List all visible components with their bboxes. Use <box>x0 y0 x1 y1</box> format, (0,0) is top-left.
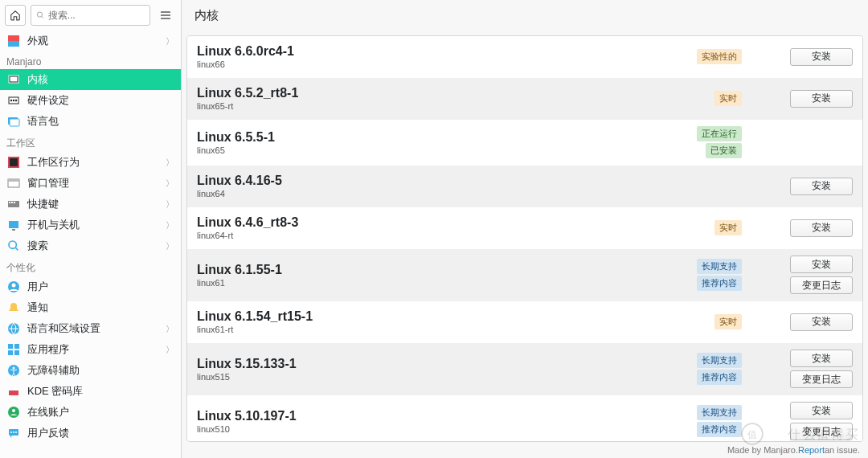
kernel-tag: 推荐内容 <box>697 370 742 385</box>
notify-icon <box>6 301 21 315</box>
sidebar-item-label: 外观 <box>27 34 48 48</box>
kernel-action-button[interactable]: 安装 <box>790 402 853 419</box>
sidebar-item-label: 工作区行为 <box>27 155 80 170</box>
sidebar-item-accounts[interactable]: 在线账户 <box>0 402 181 423</box>
feedback-icon <box>6 426 21 440</box>
svg-rect-24 <box>12 229 15 231</box>
kernel-action-button[interactable]: 安装 <box>790 219 853 237</box>
kernel-action-button[interactable]: 安装 <box>790 313 853 331</box>
wsbehavior-icon <box>6 155 21 170</box>
sidebar-item-notify[interactable]: 通知 <box>0 297 181 318</box>
kernel-info: Linux 6.6.0rc4-1linux66 <box>197 44 697 69</box>
kernel-tags: 实验性的 <box>697 49 742 64</box>
chevron-right-icon: 〉 <box>166 35 174 47</box>
svg-rect-31 <box>14 344 19 349</box>
kernel-row: Linux 6.1.54_rt15-1linux61-rt实时安装 <box>187 301 862 343</box>
svg-rect-20 <box>9 202 10 203</box>
sidebar-item-shortcuts[interactable]: 快捷键〉 <box>0 194 181 215</box>
sidebar-item-startup[interactable]: 开机与关机〉 <box>0 215 181 235</box>
kernel-action-button[interactable]: 变更日志 <box>790 370 853 388</box>
kernel-buttons: 安装 <box>790 219 853 237</box>
kernel-tag: 已安装 <box>706 143 742 158</box>
kernel-subtitle: linux66 <box>197 59 697 69</box>
sidebar-item-hardware[interactable]: 硬件设定 <box>0 90 181 111</box>
svg-rect-16 <box>10 158 18 166</box>
kernel-action-button[interactable]: 安装 <box>790 350 853 367</box>
sidebar-item-label: 快捷键 <box>27 197 59 211</box>
search-input[interactable] <box>48 10 145 21</box>
footer-report-link[interactable]: Report <box>798 445 825 455</box>
sidebar-item-appearance[interactable]: 外观 〉 <box>0 31 181 51</box>
kernel-tags: 长期支持推荐内容 <box>697 405 742 437</box>
kernel-tag: 长期支持 <box>697 353 742 368</box>
sidebar-item-label: 硬件设定 <box>27 93 69 108</box>
kernel-action-button[interactable]: 安装 <box>790 48 853 66</box>
sidebar-item-search[interactable]: 搜索〉 <box>0 235 181 256</box>
chevron-right-icon: 〉 <box>166 323 174 335</box>
accounts-icon <box>6 405 21 419</box>
kernel-tag: 实验性的 <box>697 49 742 64</box>
sidebar-item-label: 应用程序 <box>27 342 69 357</box>
kernel-info: Linux 6.5.2_rt8-1linux65-rt <box>197 86 714 111</box>
sidebar-item-wsbehavior[interactable]: 工作区行为〉 <box>0 152 181 173</box>
sidebar-item-locale[interactable]: 语言和区域设置〉 <box>0 318 181 339</box>
svg-point-42 <box>13 431 14 433</box>
search-icon <box>36 10 45 20</box>
svg-rect-14 <box>10 119 19 126</box>
kernel-title: Linux 6.4.16-5 <box>197 174 742 188</box>
kernel-row: Linux 5.15.133-1linux515长期支持推荐内容安装变更日志 <box>187 343 862 395</box>
sidebar-item-label: 开机与关机 <box>27 218 80 232</box>
kernel-row: Linux 6.6.0rc4-1linux66实验性的安装 <box>187 36 862 78</box>
kernel-info: Linux 5.15.133-1linux515 <box>197 357 697 382</box>
sidebar-item-kernel[interactable]: 内核 <box>0 69 181 90</box>
a11y-icon <box>6 363 21 378</box>
kernel-row: Linux 6.5.5-1linux65正在运行已安装 <box>187 120 862 166</box>
sidebar-group-header: Manjaro <box>0 51 181 69</box>
kernel-tag: 长期支持 <box>697 259 742 274</box>
kernel-info: Linux 6.4.16-5linux64 <box>197 174 742 198</box>
hamburger-icon <box>159 9 172 22</box>
sidebar-item-wallet[interactable]: KDE 密码库 <box>0 381 181 402</box>
chevron-right-icon: 〉 <box>166 344 174 356</box>
sidebar-item-apps[interactable]: 应用程序〉 <box>0 339 181 360</box>
sidebar-item-users[interactable]: 用户 <box>0 276 181 297</box>
search-input-wrapper[interactable] <box>31 5 150 26</box>
kernel-action-button[interactable]: 安装 <box>790 256 853 273</box>
kernel-title: Linux 5.15.133-1 <box>197 357 697 371</box>
home-button[interactable] <box>5 5 26 26</box>
main: 内核 Linux 6.6.0rc4-1linux66实验性的安装Linux 6.… <box>182 0 868 458</box>
svg-line-1 <box>42 16 43 18</box>
kernel-tag: 实时 <box>714 220 742 235</box>
kernel-action-button[interactable]: 变更日志 <box>790 423 853 440</box>
sidebar-item-a11y[interactable]: 无障碍辅助 <box>0 360 181 381</box>
winmgmt-icon <box>6 176 21 190</box>
kernel-row: Linux 5.10.197-1linux510长期支持推荐内容安装变更日志 <box>187 395 862 442</box>
sidebar-item-feedback[interactable]: 用户反馈 <box>0 423 181 444</box>
menu-button[interactable] <box>155 5 176 26</box>
kernel-tags: 长期支持推荐内容 <box>697 353 742 385</box>
kernel-action-button[interactable]: 变更日志 <box>790 276 853 294</box>
sidebar-scroll[interactable]: 外观 〉 Manjaro内核硬件设定语言包工作区工作区行为〉窗口管理〉快捷键〉开… <box>0 31 181 458</box>
kernel-info: Linux 5.10.197-1linux510 <box>197 409 697 434</box>
svg-rect-23 <box>9 221 18 228</box>
sidebar-item-winmgmt[interactable]: 窗口管理〉 <box>0 173 181 194</box>
kernel-action-button[interactable]: 安装 <box>790 90 853 108</box>
kernel-icon <box>6 72 21 87</box>
kernel-info: Linux 6.5.5-1linux65 <box>197 130 697 155</box>
page-title: 内核 <box>182 0 868 31</box>
kernel-tags: 实时 <box>714 314 742 329</box>
svg-rect-8 <box>10 77 17 81</box>
startup-icon <box>6 218 21 232</box>
sidebar-item-lang[interactable]: 语言包 <box>0 111 181 132</box>
kernel-subtitle: linux515 <box>197 372 697 382</box>
kernel-info: Linux 6.1.54_rt15-1linux61-rt <box>197 309 714 334</box>
sidebar: 外观 〉 Manjaro内核硬件设定语言包工作区工作区行为〉窗口管理〉快捷键〉开… <box>0 0 182 458</box>
kernel-buttons: 安装 <box>790 313 853 331</box>
sidebar-item-label: KDE 密码库 <box>27 384 83 399</box>
kernel-tag: 长期支持 <box>697 405 742 420</box>
kernel-subtitle: linux64-rt <box>197 231 714 240</box>
kernel-list[interactable]: Linux 6.6.0rc4-1linux66实验性的安装Linux 6.5.2… <box>186 35 863 442</box>
svg-line-26 <box>15 247 18 250</box>
kernel-action-button[interactable]: 安装 <box>790 178 853 195</box>
kernel-title: Linux 6.6.0rc4-1 <box>197 44 697 59</box>
